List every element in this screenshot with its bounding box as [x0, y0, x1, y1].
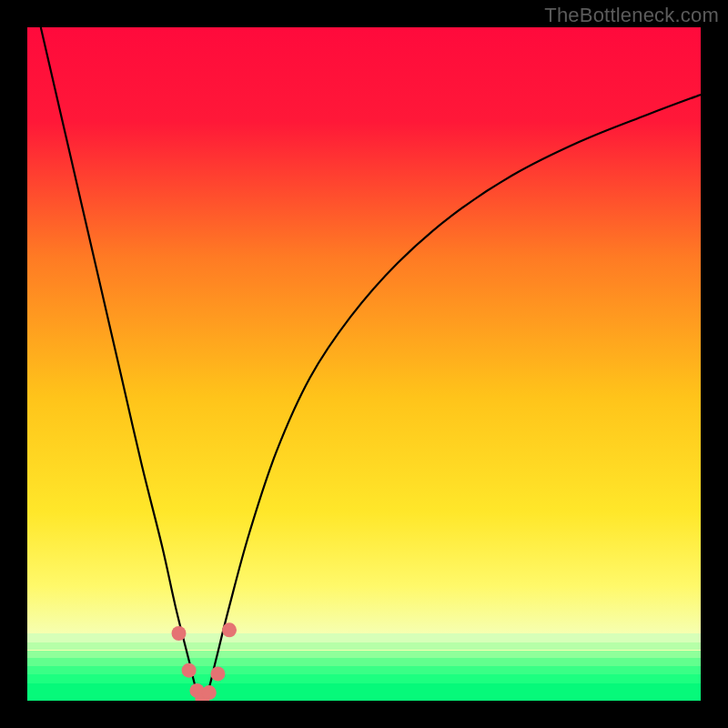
curve-layer [27, 27, 701, 701]
curve-marker [182, 663, 197, 678]
curve-marker [172, 626, 187, 641]
curve-marker [222, 622, 237, 637]
curve-marker [202, 685, 217, 700]
plot-area [27, 27, 701, 701]
curve-marker [210, 666, 225, 681]
curve-markers [172, 622, 238, 701]
bottleneck-curve [41, 27, 701, 701]
watermark-text: TheBottleneck.com [544, 4, 719, 27]
chart-frame: TheBottleneck.com [0, 0, 728, 728]
